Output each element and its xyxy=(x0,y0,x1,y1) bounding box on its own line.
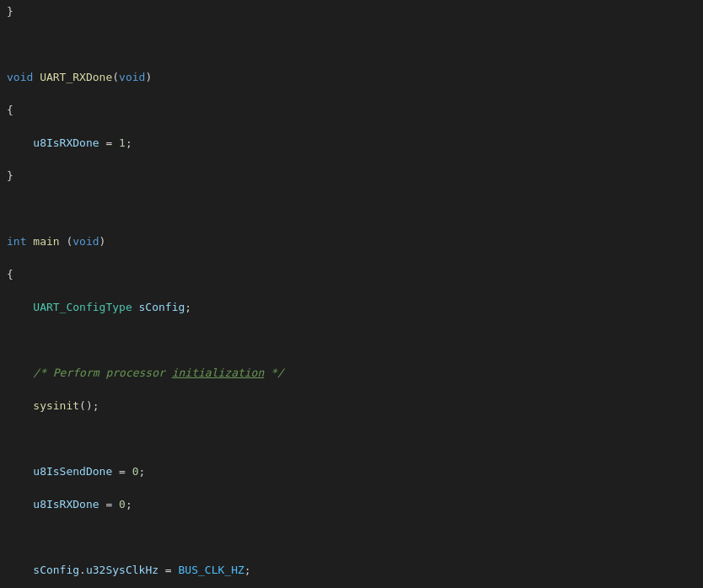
code-block: } void UART_RXDone(void) { u8IsRXDone = … xyxy=(0,0,703,588)
editor-container: } void UART_RXDone(void) { u8IsRXDone = … xyxy=(0,0,703,588)
code-area[interactable]: } void UART_RXDone(void) { u8IsRXDone = … xyxy=(0,0,703,588)
